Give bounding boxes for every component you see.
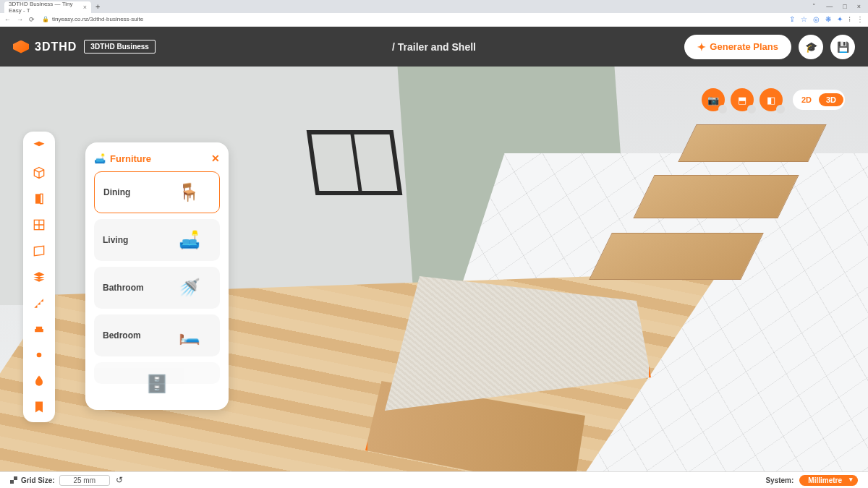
stairs-icon[interactable] xyxy=(31,295,47,311)
grid-size-input[interactable] xyxy=(59,475,110,486)
undo-icon[interactable]: ↺ xyxy=(116,475,123,485)
save-icon: 💾 xyxy=(837,41,849,53)
menu-icon[interactable]: ⋮ xyxy=(856,15,864,23)
category-label: Living xyxy=(103,235,128,245)
camera-tool[interactable]: 📷 xyxy=(702,88,725,111)
browser-chrome: 3DTHD Business — Tiny Easy - T × + ˅ — □… xyxy=(0,0,868,27)
bed-icon: 🛏️ xyxy=(168,321,211,350)
tab-bar: 3DTHD Business — Tiny Easy - T × + ˅ — □… xyxy=(0,0,868,13)
app-header: 3DTHD 3DTHD Business / Trailer and Shell… xyxy=(0,27,868,67)
system-label: System: xyxy=(765,476,793,484)
category-more[interactable]: 🗄️ xyxy=(94,362,220,384)
url-text: tinyeasy.co.nz/3dthd-business-suite xyxy=(52,16,143,22)
generate-plans-button[interactable]: Generate Plans xyxy=(684,35,791,59)
category-list[interactable]: Dining 🪑 Living 🛋️ Bathroom 🚿 Bedroom 🛏️… xyxy=(94,171,220,400)
cube-icon[interactable] xyxy=(31,165,47,181)
window-icon[interactable] xyxy=(31,217,47,233)
grid-size-label: Grid Size: xyxy=(21,476,55,484)
box-icon: ◧ xyxy=(767,95,775,106)
cube-tool[interactable]: ◧ xyxy=(760,88,783,111)
academy-button[interactable]: 🎓 xyxy=(799,35,823,59)
puzzle-icon[interactable]: ✦ xyxy=(837,15,843,23)
wardrobe-icon: 🗄️ xyxy=(135,369,179,398)
view-3d-button[interactable]: 3D xyxy=(819,93,843,106)
bookmark-icon[interactable] xyxy=(31,399,47,415)
window-controls: ˅ — □ × xyxy=(812,3,868,10)
category-bathroom[interactable]: Bathroom 🚿 xyxy=(94,267,220,309)
category-dining[interactable]: Dining 🪑 xyxy=(94,171,220,213)
chair-icon: 🪑 xyxy=(167,178,210,207)
brand-logo[interactable]: 3DTHD xyxy=(13,40,77,53)
save-button[interactable]: 💾 xyxy=(830,35,855,59)
address-bar: ← → ⟳ 🔒 tinyeasy.co.nz/3dthd-business-su… xyxy=(0,13,868,26)
svg-point-3 xyxy=(37,353,42,358)
category-bedroom[interactable]: Bedroom 🛏️ xyxy=(94,314,220,356)
design-canvas[interactable]: 🛋️ Furniture ✕ Dining 🪑 Living 🛋️ Bathro… xyxy=(0,67,868,471)
url-field[interactable]: 🔒 tinyeasy.co.nz/3dthd-business-suite xyxy=(39,16,146,22)
view-tools: 📷 ⬒ ◧ 2D 3D xyxy=(702,88,845,111)
category-living[interactable]: Living 🛋️ xyxy=(94,219,220,261)
category-label: Bedroom xyxy=(103,330,141,341)
close-panel-icon[interactable]: ✕ xyxy=(211,153,220,164)
unit-selector[interactable]: Millimetre xyxy=(799,475,858,486)
status-bar: Grid Size: ↺ System: Millimetre xyxy=(0,471,868,488)
ext2-icon[interactable]: ❋ xyxy=(825,15,831,23)
share-icon[interactable]: ⇪ xyxy=(789,15,795,23)
lock-icon: 🔒 xyxy=(42,16,49,22)
maximize-icon[interactable]: □ xyxy=(843,3,846,10)
ext1-icon[interactable]: ◎ xyxy=(813,15,820,23)
category-label: Bathroom xyxy=(103,283,144,293)
floor-icon[interactable] xyxy=(31,269,47,285)
cube-logo-icon xyxy=(13,40,29,53)
bookmark-ext-icon[interactable]: ⁝ xyxy=(848,15,851,23)
view-toggle: 2D 3D xyxy=(793,90,845,110)
close-window-icon[interactable]: × xyxy=(857,3,861,10)
tab-title: 3DTHD Business — Tiny Easy - T xyxy=(9,1,80,14)
light-icon[interactable] xyxy=(31,347,47,363)
svg-rect-1 xyxy=(41,194,43,203)
shower-icon: 🚿 xyxy=(168,273,211,302)
forward-icon[interactable]: → xyxy=(17,16,23,23)
new-tab-button[interactable]: + xyxy=(91,2,104,11)
brand-text: 3DTHD xyxy=(35,40,77,53)
grid-icon xyxy=(10,476,17,484)
generate-label: Generate Plans xyxy=(710,41,778,52)
layer-icon[interactable] xyxy=(31,139,47,155)
browser-tab[interactable]: 3DTHD Business — Tiny Easy - T × xyxy=(4,1,91,13)
camera-icon: 📷 xyxy=(707,95,719,106)
star-icon[interactable]: ☆ xyxy=(801,15,807,23)
extension-icons: ⇪ ☆ ◎ ❋ ✦ ⁝ ⋮ xyxy=(789,15,864,23)
panel-icon[interactable] xyxy=(31,243,47,259)
door-icon[interactable] xyxy=(31,191,47,207)
paint-icon[interactable] xyxy=(31,373,47,389)
render-tool[interactable]: ⬒ xyxy=(731,88,754,111)
graduation-icon: 🎓 xyxy=(805,41,817,53)
furniture-panel: 🛋️ Furniture ✕ Dining 🪑 Living 🛋️ Bathro… xyxy=(85,142,229,410)
furniture-icon[interactable] xyxy=(31,321,47,337)
selected-object[interactable] xyxy=(362,269,651,471)
minimize-icon[interactable]: — xyxy=(826,3,833,10)
reload-icon[interactable]: ⟳ xyxy=(29,16,35,23)
panel-header: 🛋️ Furniture ✕ xyxy=(94,153,220,164)
plan-badge[interactable]: 3DTHD Business xyxy=(84,40,156,53)
render-icon: ⬒ xyxy=(738,95,746,106)
panel-title: Furniture xyxy=(110,153,151,164)
page-title: / Trailer and Shell xyxy=(392,41,476,53)
svg-rect-0 xyxy=(35,194,41,203)
sofa-thumb-icon: 🛋️ xyxy=(168,226,211,254)
back-icon[interactable]: ← xyxy=(4,16,11,23)
side-toolbar xyxy=(23,132,55,422)
sofa-icon: 🛋️ xyxy=(94,153,106,164)
close-icon[interactable]: × xyxy=(83,4,87,11)
category-label: Dining xyxy=(103,187,130,197)
view-2d-button[interactable]: 2D xyxy=(794,93,819,106)
chevron-down-icon[interactable]: ˅ xyxy=(812,3,816,10)
